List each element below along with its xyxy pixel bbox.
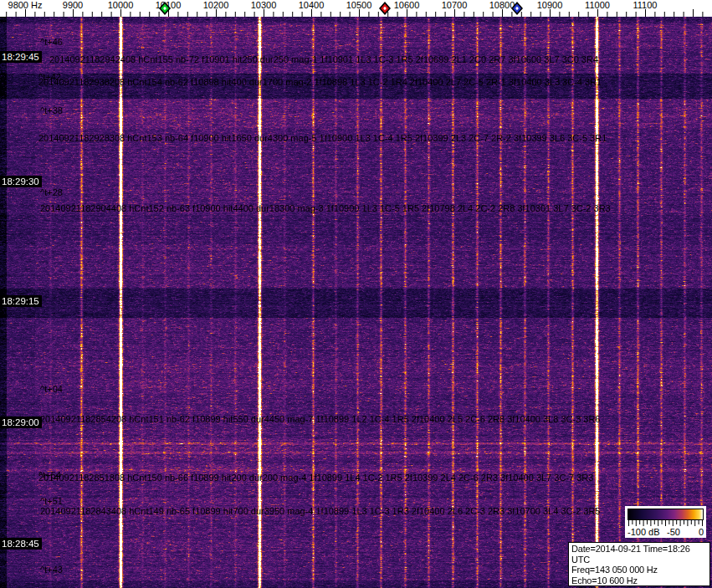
- freq-label-10400: 10400: [299, 0, 325, 10]
- info-echo-line: Echo=10 600 Hz: [571, 575, 709, 586]
- time-label-18-29-30: 18:29:30: [0, 176, 42, 187]
- freq-label-9800: 9800 Hz: [8, 0, 43, 10]
- spectrogram-display[interactable]: [0, 17, 712, 588]
- scale-tick-marks: [627, 519, 704, 527]
- freq-label-10700: 10700: [442, 0, 468, 10]
- freq-label-10500: 10500: [346, 0, 372, 10]
- info-date-line: Date=2014-09-21 Time=18:26 UTC: [571, 544, 709, 565]
- spectrogram-app-window: 9800 Hz990010000101001020010300104001050…: [0, 0, 712, 588]
- frequency-axis: 9800 Hz990010000101001020010300104001050…: [0, 0, 712, 17]
- event-time-marker-4: ^t+04: [40, 384, 63, 394]
- green-frequency-marker-icon[interactable]: [158, 1, 172, 16]
- event-time-marker-7: ^t+43: [40, 565, 63, 575]
- scale-label-max: 0: [699, 527, 704, 537]
- freq-label-11100: 11100: [633, 0, 658, 10]
- freq-label-10600: 10600: [394, 0, 420, 10]
- scale-label-min: -100 dB: [627, 527, 660, 537]
- color-gradient-bar: [627, 509, 704, 520]
- event-time-marker-0: ^t+46: [40, 37, 63, 47]
- status-info-box: Date=2014-09-21 Time=18:26 UTC Freq=143 …: [568, 542, 710, 586]
- blue-frequency-marker-icon[interactable]: [510, 1, 524, 16]
- time-label-18-28-45: 18:28:45: [0, 538, 42, 550]
- color-scale-legend: -100 dB -50 0: [625, 506, 706, 538]
- scale-labels: -100 dB -50 0: [625, 527, 706, 538]
- freq-label-11000: 11000: [585, 0, 610, 10]
- event-log-line-6: 20140921182843408 hCnt149 nb-65 f10899 h…: [40, 506, 601, 516]
- scale-label-mid: -50: [667, 527, 680, 537]
- freq-label-10300: 10300: [251, 0, 277, 10]
- time-label-18-29-45: 18:29:45: [0, 51, 42, 63]
- time-label-18-29-00: 18:29:00: [0, 417, 42, 428]
- event-log-line-0: 20140921182942408 hCnt155 nb-72 f10901 h…: [49, 54, 598, 64]
- freq-label-9900: 9900: [63, 0, 83, 10]
- event-log-line-5: 20140921182851808 hCnt150 nb-66 f10899 h…: [38, 473, 593, 483]
- event-log-line-1: 20140921182938208 hCnt154 nb-62 f10898 h…: [38, 77, 602, 87]
- freq-label-10000: 10000: [108, 0, 134, 10]
- freq-label-10200: 10200: [203, 0, 229, 10]
- time-label-18-29-15: 18:29:15: [0, 295, 42, 307]
- event-log-line-2: 20140921182928308 hCnt153 nb-64 f10900 h…: [38, 133, 607, 143]
- event-time-marker-3: ^t+28: [40, 187, 63, 197]
- event-time-marker-2: ^t+38: [40, 105, 63, 115]
- event-log-line-3: 20140921182904408 hCnt152 nb-63 f10900 h…: [40, 203, 611, 213]
- red-frequency-marker-icon[interactable]: [378, 1, 392, 16]
- event-log-line-4: 20140921182854208 hCnt151 nb-62 f10899 h…: [40, 414, 601, 424]
- info-freq-line: Freq=143 050 000 Hz: [571, 565, 709, 575]
- event-time-marker-6: ^t+51: [40, 496, 63, 506]
- freq-label-10900: 10900: [537, 0, 563, 10]
